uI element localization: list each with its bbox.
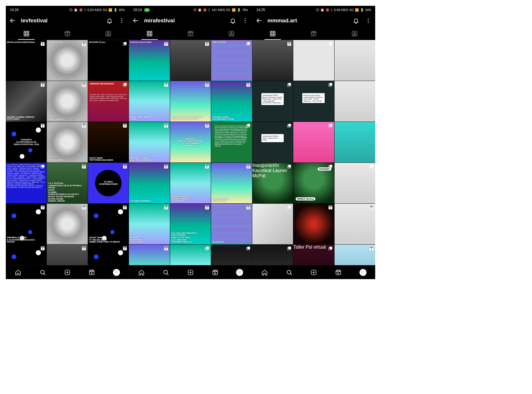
post-thumbnail[interactable]: KATHY HINDE TWITTERING MACHINES [88, 122, 129, 162]
more-options-button[interactable] [365, 17, 372, 24]
post-thumbnail[interactable] [170, 40, 211, 81]
posts-grid[interactable]: BOGDAN RACZYNSKIPABLO BOZZIKMRU + AHO SS… [129, 40, 252, 265]
post-thumbnail[interactable]: WAQWAQ KINGDOM [47, 245, 87, 265]
post-thumbnail[interactable] [252, 40, 293, 81]
post-thumbnail[interactable]: MAXIME CORBEIL-PERRON OPTO-CRIPS [6, 81, 46, 122]
posts-grid[interactable]: Inauguración Mythic Mystic Porpentine Ch… [252, 40, 375, 265]
post-thumbnail[interactable]: LORAINE JAMES ALESSANDRA LEONE [211, 81, 252, 122]
notifications-button[interactable] [106, 17, 113, 24]
avatar-icon: 🏳️ [236, 269, 243, 276]
post-thumbnail[interactable]: NINOS DU BRASIL [47, 122, 87, 162]
post-thumbnail[interactable]: Inauguración Mythic Mystic Porpentine Ch… [252, 81, 293, 122]
notifications-button[interactable] [229, 17, 236, 24]
nav-create[interactable] [178, 265, 203, 279]
post-thumbnail[interactable]: JAMES SHINRA [47, 81, 87, 122]
post-thumbnail[interactable]: ANIMISTIC BELIEFS JEISSON DRENTH CACHE/S… [170, 163, 211, 203]
nav-profile[interactable]: 🏳️ [104, 265, 129, 279]
profile-username[interactable]: mmmad.art [267, 17, 347, 24]
notifications-button[interactable] [353, 17, 360, 24]
tab-tagged[interactable] [88, 27, 129, 40]
post-thumbnail[interactable]: DICE [211, 245, 252, 265]
post-thumbnail[interactable]: INSTALACION AUDIOVISUAL [6, 40, 46, 81]
status-battery: 54% [365, 8, 371, 12]
tab-reels[interactable] [170, 27, 211, 40]
post-thumbnail[interactable] [252, 245, 293, 265]
tab-posts[interactable] [129, 27, 170, 40]
post-thumbnail[interactable] [252, 204, 293, 244]
post-thumbnail[interactable]: MIRA [170, 245, 211, 265]
nav-search[interactable] [30, 265, 55, 279]
nav-profile[interactable]: 🏳️ [351, 265, 375, 279]
post-thumbnail[interactable] [293, 40, 334, 81]
post-caption: INSTALACION AUDIOVISUAL [7, 41, 45, 44]
reels-badge-icon [204, 82, 210, 87]
post-thumbnail[interactable] [335, 163, 375, 203]
post-thumbnail[interactable]: How do we distinguish between the physic… [211, 122, 252, 162]
post-thumbnail[interactable]: BOGDAN RACZYNSKI [129, 40, 170, 81]
posts-grid[interactable]: INSTALACION AUDIOVISUALASTRID SONNEMYSTE… [6, 40, 129, 265]
post-thumbnail[interactable]: ÚLTIMAS CONFIRMACIONES [88, 163, 129, 203]
post-caption: LORAINE JAMES ALESSANDRA LEONE [212, 116, 251, 120]
tab-tagged[interactable] [334, 27, 375, 40]
post-thumbnail[interactable] [335, 81, 375, 122]
post-thumbnail[interactable] [335, 245, 375, 265]
post-thumbnail[interactable]: VOICES FROM THE LAKE [129, 245, 170, 265]
post-thumbnail[interactable]: Taller Psi virtual [293, 245, 334, 265]
post-thumbnail[interactable]: GIVEAWAYMMMAD Opening [293, 163, 334, 203]
back-button[interactable] [132, 17, 139, 24]
back-button[interactable] [9, 17, 16, 24]
more-options-button[interactable] [242, 17, 249, 24]
post-thumbnail[interactable]: MIRA 2022 DIGITAL ARTS FESTIVAL 11-12 NO… [170, 122, 211, 162]
post-thumbnail[interactable]: Inauguración Kauxtikat Lauren McPat [252, 163, 293, 203]
post-thumbnail[interactable]: ARENAS MOVEDIZASJuan Diaz-Faes · AZM3 · … [88, 81, 129, 122]
post-thumbnail[interactable]: KAI WH… [88, 245, 129, 265]
post-thumbnail[interactable]: L.E.V. FESTIVAL LABORATORIO DE ELECTRONI… [6, 163, 46, 203]
post-thumbnail[interactable]: ASTRID SONNE [47, 40, 87, 81]
profile-tabs [129, 27, 252, 40]
nav-search[interactable] [154, 265, 178, 279]
post-thumbnail[interactable] [335, 122, 375, 162]
post-thumbnail[interactable]: MYSTERY IS ALL [88, 40, 129, 81]
post-thumbnail[interactable]: GRAND RIVER ALL ABOVE [6, 245, 46, 265]
post-thumbnail[interactable] [335, 40, 375, 81]
nav-reels[interactable] [326, 265, 351, 279]
post-thumbnail[interactable]: HORARIOS YA DISPONIBLES EN WWW.LEVFESTIV… [6, 122, 46, 162]
nav-create[interactable] [301, 265, 326, 279]
nav-home[interactable] [6, 265, 30, 279]
tab-tagged[interactable] [211, 27, 252, 40]
post-thumbnail[interactable]: PABLO BOZZI [211, 40, 252, 81]
post-thumbnail[interactable]: CLARK PLAYING BODY RIDDLE [211, 163, 252, 203]
back-button[interactable] [256, 17, 262, 24]
tab-reels[interactable] [47, 27, 88, 40]
post-thumbnail[interactable]: Inauguración Bubble Vision Supported by … [252, 122, 293, 162]
post-thumbnail[interactable]: ENXIN/ONYX [47, 204, 87, 244]
post-thumbnail[interactable]: ALVA NOTO [211, 204, 252, 244]
post-thumbnail[interactable] [335, 204, 375, 244]
post-thumbnail[interactable] [293, 204, 334, 244]
nav-reels[interactable] [203, 265, 227, 279]
post-thumbnail[interactable]: ANNABELLE PLAYE & ALEXANDRA RADULESCU KR… [6, 204, 46, 244]
nav-home[interactable] [252, 265, 277, 279]
post-thumbnail[interactable]: KALI MALONE PRESENTS DOES SPRING HIDE IT… [170, 204, 211, 244]
nav-create[interactable] [55, 265, 80, 279]
post-thumbnail[interactable]: BLAWAN BERNHARD HOLASCHKE [129, 204, 170, 244]
nav-reels[interactable] [80, 265, 104, 279]
post-thumbnail[interactable]: CATERINA BARBIERI [129, 163, 170, 203]
tab-posts[interactable] [252, 27, 293, 40]
nav-home[interactable] [129, 265, 154, 279]
post-thumbnail[interactable]: L.E.V. FESTIVAL LABORATORIO DE ELECTRONI… [47, 163, 87, 203]
more-options-button[interactable] [118, 17, 125, 24]
profile-username[interactable]: mirafestival [144, 17, 224, 24]
post-thumbnail[interactable]: KMRU + AHO SSAN LIMEN [129, 81, 170, 122]
tab-posts[interactable] [6, 27, 47, 40]
nav-search[interactable] [277, 265, 301, 279]
profile-username[interactable]: levfestival [21, 17, 101, 24]
multi-post-icon [328, 123, 333, 128]
tab-reels[interactable] [293, 27, 334, 40]
nav-profile[interactable]: 🏳️ [227, 265, 252, 279]
post-thumbnail[interactable]: MICHAEL ROTHER NEU! 50TH ANNIVERSARY [129, 122, 170, 162]
post-thumbnail[interactable]: JAILED JAMIE FT. HELIOS AMOR GIMME SOMET… [88, 204, 129, 244]
post-thumbnail[interactable]: TANGIBLE BUT NOT PHYSICAL, REAL BUT NOT … [170, 81, 211, 122]
post-thumbnail[interactable]: El día que el universo cambió Martina Ku… [293, 81, 334, 122]
post-thumbnail[interactable] [293, 122, 334, 162]
